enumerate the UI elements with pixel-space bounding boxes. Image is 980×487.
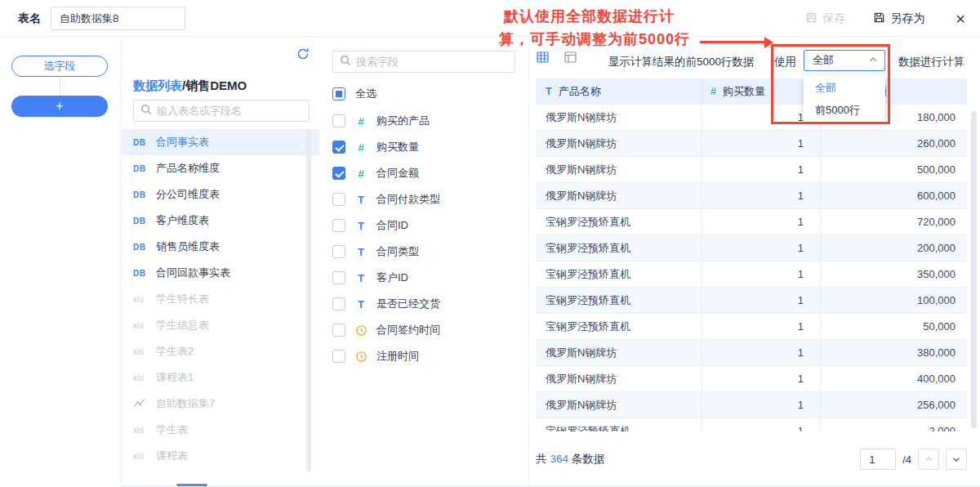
table-list-item[interactable]: xls学生特长表 bbox=[122, 286, 319, 312]
table-scrollbar[interactable] bbox=[971, 111, 977, 428]
table-list-item-label: 自助数据集7 bbox=[156, 396, 215, 411]
select-fields-button[interactable]: 选字段 bbox=[11, 56, 108, 77]
table-list-item[interactable]: DB合同回款事实表 bbox=[122, 260, 319, 286]
field-list: #购买的产品 #购买数量 #合同金额 T合同付款类型 T合同ID T合同类型 T… bbox=[332, 108, 520, 369]
table-row: 俄罗斯N钢牌坊1256,000 bbox=[536, 392, 967, 418]
preview-hint-text: 显示计算结果的前5000行数据 bbox=[608, 55, 755, 69]
horizontal-scrollbar-thumb[interactable] bbox=[176, 484, 207, 486]
table-list-item[interactable]: DB客户维度表 bbox=[122, 208, 319, 234]
text-field-icon: T bbox=[354, 246, 368, 258]
page-number-input[interactable] bbox=[860, 449, 896, 470]
field-label: 合同金额 bbox=[376, 166, 419, 181]
dropdown-option[interactable]: 全部 bbox=[804, 77, 885, 99]
column-header-label: 产品名称 bbox=[559, 84, 601, 99]
close-icon[interactable]: × bbox=[952, 9, 969, 29]
field-label: 购买数量 bbox=[376, 140, 419, 154]
field-row[interactable]: #购买的产品 bbox=[332, 108, 520, 134]
data-list-panel: 数据列表/销售DEMO DB合同事实表 DB产品名称维度 DB分公司维度表 DB… bbox=[122, 38, 319, 487]
table-list-item[interactable]: xls课程表1 bbox=[122, 364, 319, 391]
number-field-icon: # bbox=[354, 115, 368, 127]
field-row[interactable]: #合同金额 bbox=[332, 160, 520, 186]
field-row[interactable]: T合同类型 bbox=[332, 239, 520, 265]
data-scope-value: 全部 bbox=[813, 53, 868, 68]
table-search-box bbox=[133, 100, 310, 122]
table-row: 宝钢罗泾预矫直机1200,000 bbox=[536, 235, 967, 261]
table-list-item-label: 学生特长表 bbox=[156, 292, 209, 306]
table-view-icon[interactable] bbox=[536, 51, 550, 67]
text-field-icon: T bbox=[354, 220, 368, 232]
layout-view-icon[interactable] bbox=[564, 51, 577, 67]
field-row[interactable]: 合同签约时间 bbox=[332, 317, 520, 343]
field-checkbox[interactable] bbox=[332, 193, 345, 206]
table-cell: 俄罗斯N钢牌坊 bbox=[536, 183, 702, 208]
refresh-icon[interactable] bbox=[296, 47, 310, 64]
field-checkbox[interactable] bbox=[332, 245, 345, 258]
table-cell: 1 bbox=[702, 209, 821, 235]
table-list-item[interactable]: xls学生信息表 bbox=[122, 312, 319, 338]
table-list-item[interactable]: DB合同事实表 bbox=[122, 129, 319, 155]
field-label: 注册时间 bbox=[376, 349, 419, 364]
save-icon bbox=[805, 11, 817, 26]
field-checkbox[interactable] bbox=[332, 324, 345, 337]
data-scope-select[interactable]: 全部 bbox=[804, 50, 885, 71]
table-cell: 1 bbox=[702, 131, 821, 156]
field-checkbox[interactable] bbox=[332, 219, 345, 232]
table-row: 俄罗斯N钢牌坊1500,000 bbox=[536, 157, 967, 183]
field-row[interactable]: T合同ID bbox=[332, 212, 520, 239]
field-row[interactable]: T客户ID bbox=[332, 265, 520, 291]
table-name-input[interactable] bbox=[51, 7, 185, 30]
field-row[interactable]: #购买数量 bbox=[332, 134, 520, 160]
fields-panel: 全选 #购买的产品 #购买数量 #合同金额 T合同付款类型 T合同ID T合同类… bbox=[319, 38, 529, 487]
field-row[interactable]: 注册时间 bbox=[332, 343, 520, 369]
select-all-checkbox[interactable] bbox=[332, 87, 345, 101]
xls-icon: xls bbox=[133, 373, 156, 382]
data-scope-dropdown-menu: 全部 前5000行 bbox=[804, 75, 885, 123]
field-search-input[interactable] bbox=[356, 56, 508, 68]
table-search-input[interactable] bbox=[157, 105, 302, 117]
table-list-item[interactable]: DB销售员维度表 bbox=[122, 234, 319, 260]
table-row: 宝钢罗泾预矫直机1100,000 bbox=[536, 288, 967, 314]
search-icon bbox=[140, 104, 152, 118]
xls-icon: xls bbox=[133, 426, 156, 435]
db-icon: DB bbox=[133, 138, 156, 147]
field-checkbox[interactable] bbox=[332, 141, 345, 154]
field-checkbox[interactable] bbox=[332, 114, 345, 127]
dropdown-option[interactable]: 前5000行 bbox=[804, 99, 885, 121]
clock-icon bbox=[354, 351, 368, 363]
table-row: 宝钢罗泾预矫直机150,000 bbox=[536, 314, 967, 340]
add-step-button[interactable]: + bbox=[11, 96, 108, 117]
select-all-row[interactable]: 全选 bbox=[332, 83, 376, 105]
pagination: /4 bbox=[860, 449, 967, 470]
breadcrumb-data-list-link[interactable]: 数据列表 bbox=[133, 78, 182, 92]
text-field-icon: T bbox=[546, 86, 552, 97]
field-checkbox[interactable] bbox=[332, 167, 345, 180]
db-icon: DB bbox=[133, 164, 156, 173]
page-prev-button[interactable] bbox=[918, 449, 939, 470]
preview-table: T产品名称 #购买数量 #合同金额 俄罗斯N钢牌坊1180,000 俄罗斯N钢牌… bbox=[536, 78, 967, 431]
table-cell: 1 bbox=[702, 340, 821, 365]
table-list-item[interactable]: DB分公司维度表 bbox=[122, 181, 319, 208]
save-button[interactable]: 保存 bbox=[805, 11, 845, 26]
number-field-icon: # bbox=[354, 168, 368, 180]
table-cell: 600,000 bbox=[821, 183, 967, 208]
field-row[interactable]: T是否已经交货 bbox=[332, 291, 520, 317]
page-next-button[interactable] bbox=[946, 449, 967, 470]
table-list-item[interactable]: xls课程表 bbox=[122, 443, 319, 469]
field-row[interactable]: T合同付款类型 bbox=[332, 186, 520, 212]
table-list-item-label: 学生表2 bbox=[156, 344, 194, 359]
field-label: 合同付款类型 bbox=[376, 192, 440, 207]
field-checkbox[interactable] bbox=[332, 297, 345, 311]
table-list-item[interactable]: DB产品名称维度 bbox=[122, 155, 319, 181]
field-checkbox[interactable] bbox=[332, 271, 345, 284]
xls-icon: xls bbox=[133, 321, 156, 330]
table-row: 俄罗斯N钢牌坊1400,000 bbox=[536, 366, 967, 392]
field-checkbox[interactable] bbox=[332, 350, 345, 363]
table-footer: 共364条数据 /4 bbox=[536, 445, 967, 474]
column-header[interactable]: T产品名称 bbox=[536, 78, 702, 105]
table-list-item[interactable]: xls学生表2 bbox=[122, 338, 319, 364]
table-list-item[interactable]: 自助数据集7 bbox=[122, 391, 319, 417]
save-as-button[interactable]: 另存为 bbox=[873, 11, 924, 26]
table-list-item[interactable]: xls学生表 bbox=[122, 417, 319, 443]
data-list-scrollbar[interactable] bbox=[306, 129, 311, 472]
table-cell: 俄罗斯N钢牌坊 bbox=[536, 105, 702, 130]
